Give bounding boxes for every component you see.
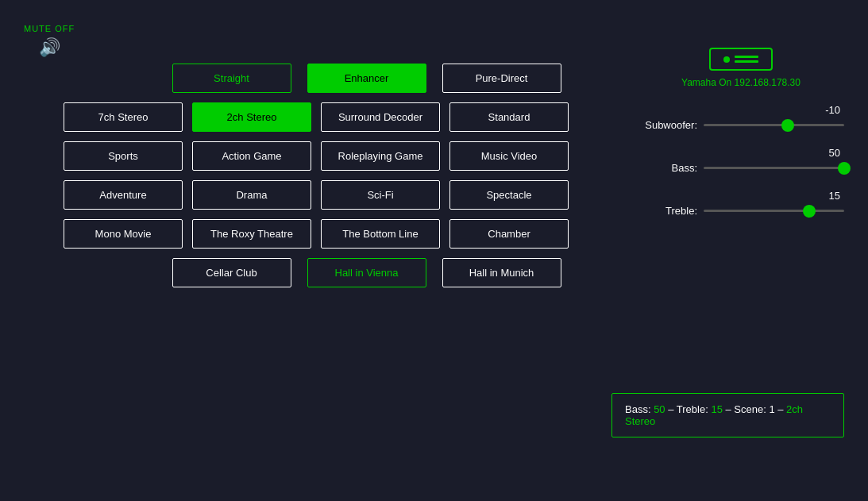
subwoofer-thumb[interactable] — [781, 119, 794, 132]
action-game-button[interactable]: Action Game — [192, 141, 311, 171]
spectacle-button[interactable]: Spectacle — [449, 180, 569, 210]
bottom-button-row: Cellar Club Hall in Vienna Hall in Munic… — [64, 258, 669, 287]
roxy-theatre-button[interactable]: The Roxy Theatre — [192, 219, 311, 249]
receiver-lines — [735, 56, 758, 63]
straight-button[interactable]: Straight — [172, 64, 291, 93]
roleplaying-game-button[interactable]: Roleplaying Game — [321, 141, 440, 171]
hall-munich-button[interactable]: Hall in Munich — [442, 258, 561, 287]
status-bass-prefix: Bass: — [625, 403, 654, 415]
enhancer-button[interactable]: Enhancer — [307, 64, 426, 93]
status-sep2: – Scene: 1 – — [723, 403, 786, 415]
subwoofer-label: Subwoofer: — [638, 119, 697, 131]
hall-vienna-button[interactable]: Hall in Vienna — [307, 258, 426, 287]
bass-thumb[interactable] — [838, 162, 851, 175]
bass-label: Bass: — [638, 162, 697, 174]
treble-track[interactable] — [704, 210, 844, 212]
2ch-stereo-button[interactable]: 2ch Stereo — [192, 102, 311, 132]
receiver-dot — [723, 56, 730, 63]
main-content: Straight Enhancer Pure-Direct 7ch Stereo… — [64, 64, 669, 287]
adventure-button[interactable]: Adventure — [64, 180, 183, 210]
pure-direct-button[interactable]: Pure-Direct — [442, 64, 561, 93]
bass-row: 50 Bass: — [638, 147, 844, 174]
subwoofer-row: -10 Subwoofer: — [638, 104, 844, 131]
speaker-icon[interactable]: 🔊 — [39, 37, 60, 58]
sci-fi-button[interactable]: Sci-Fi — [321, 180, 440, 210]
sound-mode-grid: 7ch Stereo 2ch Stereo Surround Decoder S… — [64, 102, 669, 249]
bass-track[interactable] — [704, 167, 844, 169]
drama-button[interactable]: Drama — [192, 180, 311, 210]
surround-decoder-button[interactable]: Surround Decoder — [321, 102, 440, 132]
standard-button[interactable]: Standard — [449, 102, 569, 132]
treble-container: Treble: — [638, 205, 844, 217]
treble-thumb[interactable] — [803, 205, 816, 218]
cellar-club-button[interactable]: Cellar Club — [172, 258, 291, 287]
treble-row: 15 Treble: — [638, 190, 844, 217]
status-sep1: – Treble: — [665, 403, 712, 415]
subwoofer-track[interactable] — [704, 124, 844, 126]
treble-value: 15 — [638, 190, 844, 202]
sports-button[interactable]: Sports — [64, 141, 183, 171]
mute-label: MUTE OFF — [24, 24, 75, 33]
7ch-stereo-button[interactable]: 7ch Stereo — [64, 102, 183, 132]
chamber-button[interactable]: Chamber — [449, 219, 569, 249]
bottom-line-button[interactable]: The Bottom Line — [321, 219, 440, 249]
status-box: Bass: 50 – Treble: 15 – Scene: 1 – 2ch S… — [611, 393, 844, 437]
music-video-button[interactable]: Music Video — [449, 141, 569, 171]
subwoofer-value: -10 — [638, 104, 844, 116]
receiver-ip: Yamaha On 192.168.178.30 — [681, 77, 800, 88]
receiver-line-1 — [735, 56, 758, 58]
receiver-icon[interactable] — [709, 48, 773, 71]
status-treble-value: 15 — [711, 403, 722, 415]
bass-value: 50 — [638, 147, 844, 159]
receiver-line-2 — [735, 60, 758, 63]
right-panel: Yamaha On 192.168.178.30 -10 Subwoofer: … — [638, 48, 844, 233]
mono-movie-button[interactable]: Mono Movie — [64, 219, 183, 249]
subwoofer-container: Subwoofer: — [638, 119, 844, 131]
mute-section[interactable]: MUTE OFF 🔊 — [24, 24, 75, 58]
slider-section: -10 Subwoofer: 50 Bass: 15 Treble: — [638, 104, 844, 233]
bass-container: Bass: — [638, 162, 844, 174]
status-bass-value: 50 — [654, 403, 665, 415]
top-button-row: Straight Enhancer Pure-Direct — [64, 64, 669, 93]
treble-label: Treble: — [638, 205, 697, 217]
